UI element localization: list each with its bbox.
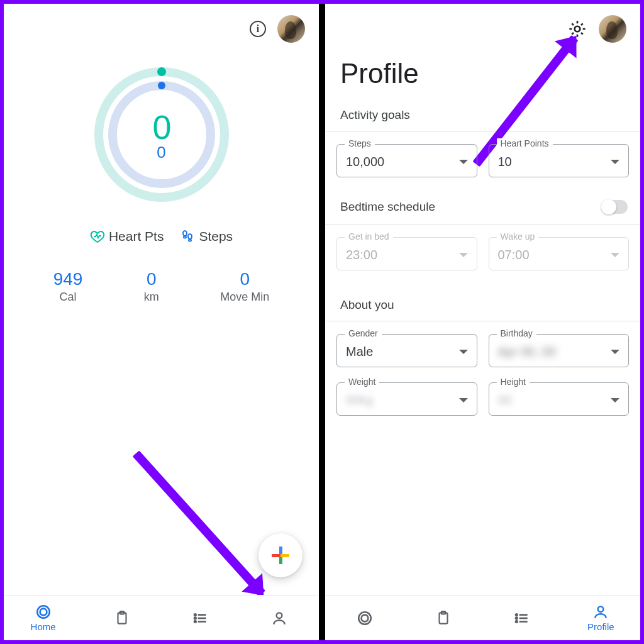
list-icon (192, 610, 209, 626)
stats-row: 949 Cal 0 km 0 Move Min (4, 269, 319, 304)
svg-point-16 (194, 617, 196, 619)
svg-point-19 (575, 26, 580, 32)
info-icon[interactable]: i (250, 21, 266, 37)
chevron-down-icon (459, 160, 468, 164)
avatar[interactable] (599, 15, 626, 43)
chevron-down-icon (611, 350, 619, 354)
chevron-down-icon (459, 398, 468, 402)
chevron-down-icon (611, 398, 619, 402)
svg-point-20 (358, 612, 371, 625)
profile-screen: Profile Activity goals Steps 10,000 Hear… (325, 4, 640, 640)
svg-point-7 (189, 240, 191, 242)
chevron-down-icon (459, 350, 468, 354)
birthday-field[interactable]: Birthday Apr 00, 00 (489, 334, 630, 367)
chevron-down-icon (459, 253, 468, 257)
weight-field[interactable]: Weight 00kg (336, 382, 477, 416)
plus-icon (272, 547, 289, 564)
nav-home[interactable]: Home (4, 596, 82, 640)
section-bedtime: Bedtime schedule (340, 200, 435, 214)
home-ring-icon (357, 610, 373, 626)
section-about-you: About you (325, 283, 640, 321)
svg-point-15 (194, 614, 196, 616)
nav-profile[interactable] (240, 596, 319, 640)
svg-point-30 (598, 606, 604, 612)
height-field[interactable]: Height 00 (489, 382, 630, 416)
add-activity-fab[interactable] (258, 533, 303, 577)
heart-points-goal-field[interactable]: Heart Points 10 (489, 144, 630, 177)
nav-journal[interactable] (82, 596, 161, 640)
ring-legend: Heart Pts Steps (4, 229, 319, 244)
home-ring-icon (35, 604, 52, 620)
steps-goal-field[interactable]: Steps 10,000 (336, 144, 477, 177)
section-activity-goals: Activity goals (325, 97, 640, 131)
footsteps-icon (180, 229, 195, 244)
svg-point-2 (157, 67, 166, 76)
svg-point-27 (516, 614, 518, 616)
activity-ring: 0 0 (4, 59, 319, 210)
svg-point-8 (37, 606, 50, 618)
chevron-down-icon (611, 160, 619, 164)
svg-point-9 (40, 609, 47, 616)
heart-points-value: 0 (152, 108, 170, 147)
bottom-nav: Home (4, 595, 319, 640)
profile-icon (592, 604, 609, 620)
stat-km[interactable]: 0 km (144, 269, 159, 304)
nav-browse[interactable] (483, 596, 562, 640)
svg-point-28 (516, 617, 518, 619)
svg-point-3 (158, 82, 165, 89)
gender-field[interactable]: Gender Male (336, 334, 477, 367)
nav-profile[interactable]: Profile (562, 596, 640, 640)
stat-move-min[interactable]: 0 Move Min (220, 269, 269, 304)
bedtime-toggle[interactable] (602, 200, 628, 214)
page-title: Profile (325, 45, 640, 97)
journal-icon (435, 610, 452, 626)
nav-browse[interactable] (162, 596, 240, 640)
legend-steps: Steps (180, 229, 233, 244)
get-in-bed-field[interactable]: Get in bed 23:00 (336, 237, 477, 270)
journal-icon (114, 610, 130, 626)
svg-point-5 (184, 236, 186, 238)
svg-point-21 (361, 614, 368, 621)
svg-point-18 (277, 613, 282, 618)
nav-home[interactable] (325, 596, 404, 640)
annotation-arrow (133, 450, 265, 596)
home-screen: i 0 0 Heart Pts (4, 4, 319, 640)
heart-icon (90, 229, 105, 244)
stat-cal[interactable]: 949 Cal (53, 269, 83, 304)
nav-journal[interactable] (404, 596, 482, 640)
wake-up-field[interactable]: Wake up 07:00 (489, 237, 630, 270)
profile-icon (271, 610, 287, 626)
bottom-nav: Profile (325, 595, 640, 640)
chevron-down-icon (611, 253, 619, 257)
legend-heart-pts: Heart Pts (90, 229, 164, 244)
svg-point-6 (188, 234, 192, 239)
svg-point-17 (194, 621, 196, 623)
list-icon (514, 610, 530, 626)
svg-point-4 (183, 231, 187, 236)
avatar[interactable] (277, 15, 305, 43)
svg-point-29 (516, 621, 518, 623)
